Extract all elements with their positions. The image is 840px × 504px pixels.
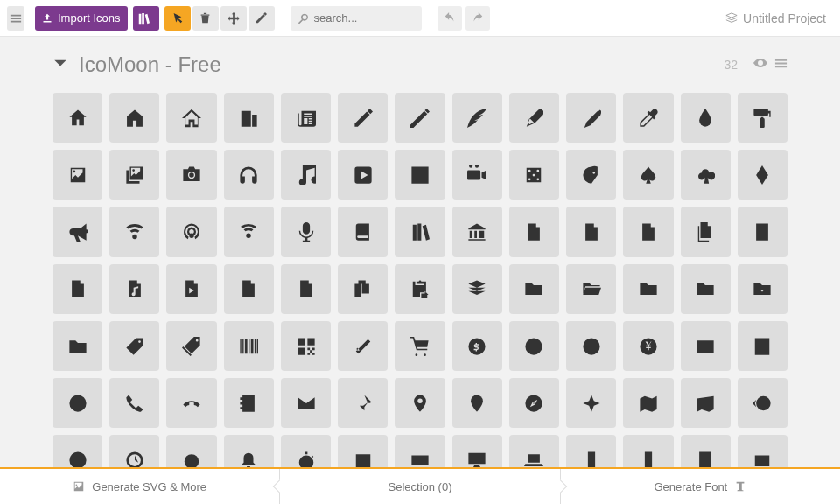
- home-icon[interactable]: [52, 93, 102, 143]
- spades-icon[interactable]: [623, 150, 673, 200]
- file-play-icon[interactable]: [166, 264, 216, 314]
- file-video-icon[interactable]: [224, 264, 274, 314]
- coin-euro-icon[interactable]: [509, 321, 559, 371]
- location-icon[interactable]: [395, 378, 444, 428]
- copy-icon[interactable]: [338, 264, 388, 314]
- file-music-icon[interactable]: [109, 264, 159, 314]
- paste-icon[interactable]: [395, 264, 444, 314]
- profile-icon[interactable]: [566, 206, 616, 256]
- compass2-icon[interactable]: [566, 378, 616, 428]
- folder-download-icon[interactable]: [738, 264, 788, 314]
- generate-svg-label: Generate SVG & More: [92, 480, 206, 494]
- mic-icon[interactable]: [281, 206, 331, 256]
- selection-tab[interactable]: Selection (0): [279, 469, 560, 504]
- podcast-icon[interactable]: [166, 206, 216, 256]
- edit-tool-button[interactable]: [248, 6, 275, 31]
- file-text-icon[interactable]: [509, 206, 559, 256]
- delete-tool-button[interactable]: [192, 6, 219, 31]
- cart-icon[interactable]: [395, 321, 444, 371]
- lifebuoy-icon[interactable]: [52, 378, 102, 428]
- project-selector[interactable]: Untitled Project: [725, 11, 826, 25]
- video-camera-icon[interactable]: [452, 150, 502, 200]
- folder-open-icon[interactable]: [566, 264, 616, 314]
- blog-icon[interactable]: [566, 93, 616, 143]
- icon-count: 32: [724, 58, 738, 72]
- redo-button[interactable]: [466, 6, 490, 31]
- map-icon[interactable]: [623, 378, 673, 428]
- calculator-icon[interactable]: [738, 321, 788, 371]
- pencil-icon[interactable]: [338, 93, 388, 143]
- diamonds-icon[interactable]: [738, 150, 788, 200]
- barcode-icon[interactable]: [224, 321, 274, 371]
- select-tool-button[interactable]: [164, 6, 191, 31]
- film-icon[interactable]: [395, 150, 444, 200]
- stack-icon[interactable]: [452, 264, 502, 314]
- library-icon[interactable]: [452, 206, 502, 256]
- coin-yen-icon[interactable]: [623, 321, 673, 371]
- location2-icon[interactable]: [452, 378, 502, 428]
- folder-minus-icon[interactable]: [681, 264, 731, 314]
- files-empty-icon[interactable]: [681, 206, 731, 256]
- clubs-icon[interactable]: [681, 150, 731, 200]
- book-icon[interactable]: [338, 206, 388, 256]
- folder-icon[interactable]: [509, 264, 559, 314]
- compass-icon[interactable]: [509, 378, 559, 428]
- search-box[interactable]: [290, 6, 422, 31]
- undo-button[interactable]: [438, 6, 462, 31]
- images-icon[interactable]: [109, 150, 159, 200]
- generate-svg-tab[interactable]: Generate SVG & More: [0, 469, 279, 504]
- eyedropper-icon[interactable]: [623, 93, 673, 143]
- qrcode-icon[interactable]: [281, 321, 331, 371]
- bullhorn-icon[interactable]: [52, 206, 102, 256]
- dice-icon[interactable]: [509, 150, 559, 200]
- image-icon[interactable]: [52, 150, 102, 200]
- pencil2-icon[interactable]: [395, 93, 444, 143]
- image-icon: [73, 480, 85, 493]
- map2-icon[interactable]: [681, 378, 731, 428]
- pen-icon[interactable]: [509, 93, 559, 143]
- history-icon[interactable]: [738, 378, 788, 428]
- phone-icon[interactable]: [109, 378, 159, 428]
- paint-format-icon[interactable]: [738, 93, 788, 143]
- search-input[interactable]: [314, 11, 415, 24]
- quill-icon[interactable]: [452, 93, 502, 143]
- menu-icon[interactable]: [7, 6, 24, 31]
- headphones-icon[interactable]: [224, 150, 274, 200]
- chevron-down-icon[interactable]: [52, 55, 68, 74]
- file-zip-icon[interactable]: [281, 264, 331, 314]
- library-button[interactable]: [133, 6, 159, 31]
- droplet-icon[interactable]: [681, 93, 731, 143]
- play-icon[interactable]: [338, 150, 388, 200]
- folder-plus-icon[interactable]: [623, 264, 673, 314]
- books-icon[interactable]: [395, 206, 444, 256]
- newspaper-icon[interactable]: [281, 93, 331, 143]
- file-empty-icon[interactable]: [623, 206, 673, 256]
- eye-icon[interactable]: [753, 56, 767, 74]
- generate-font-tab[interactable]: Generate Font: [561, 469, 840, 504]
- coin-pound-icon[interactable]: [566, 321, 616, 371]
- import-icons-button[interactable]: Import Icons: [35, 6, 128, 31]
- pacman-icon[interactable]: [566, 150, 616, 200]
- folder-upload-icon[interactable]: [52, 321, 102, 371]
- price-tag-icon[interactable]: [109, 321, 159, 371]
- credit-card-icon[interactable]: [681, 321, 731, 371]
- office-icon[interactable]: [224, 93, 274, 143]
- ticket-icon[interactable]: [338, 321, 388, 371]
- price-tags-icon[interactable]: [166, 321, 216, 371]
- music-icon[interactable]: [281, 150, 331, 200]
- address-book-icon[interactable]: [224, 378, 274, 428]
- home3-icon[interactable]: [166, 93, 216, 143]
- connection-icon[interactable]: [109, 206, 159, 256]
- feed-icon[interactable]: [224, 206, 274, 256]
- file-picture-icon[interactable]: [52, 264, 102, 314]
- redo-icon: [472, 12, 484, 24]
- home2-icon[interactable]: [109, 93, 159, 143]
- hamburger-icon[interactable]: [774, 57, 788, 74]
- phone-hang-up-icon[interactable]: [166, 378, 216, 428]
- file-text2-icon[interactable]: [738, 206, 788, 256]
- envelop-icon[interactable]: [281, 378, 331, 428]
- pushpin-icon[interactable]: [338, 378, 388, 428]
- camera-icon[interactable]: [166, 150, 216, 200]
- move-tool-button[interactable]: [220, 6, 247, 31]
- coin-dollar-icon[interactable]: [452, 321, 502, 371]
